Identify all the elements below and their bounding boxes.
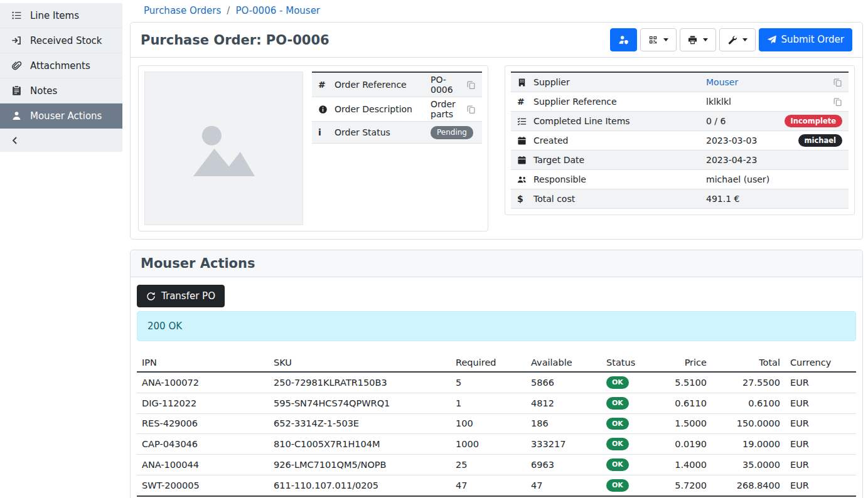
sign-in-icon [11,35,22,46]
available-cell: 6963 [526,455,601,475]
footer-total-value: 501.0000 [712,496,785,498]
order-actions-toolbar: Submit Order [610,28,852,51]
ipn-cell: DIG-112022 [137,393,269,413]
sku-cell: 652-3314Z-1-503E [269,413,451,434]
sku-cell: 250-72981KLRATR150B3 [269,372,451,393]
detail-label: Responsible [533,174,706,184]
currency-cell: EUR [785,434,856,455]
detail-label: Order Status [335,127,431,137]
detail-label: Supplier Reference [533,97,706,107]
available-cell: 47 [526,475,601,495]
status-alert: 200 OK [137,311,856,341]
sku-cell: 611-110.107.011/0205 [269,475,451,495]
submit-order-label: Submit Order [781,35,844,45]
price-cell: 1.4000 [669,455,712,475]
sidebar-item-attachments[interactable]: Attachments [0,53,122,78]
status-cell: OK [601,393,669,413]
order-info-card: # Order Reference PO-0006 Order Descri [138,65,488,231]
user-icon [11,110,22,121]
price-cell: 5.7200 [669,475,712,495]
table-header-row: IPN SKU Required Available Status Price … [137,354,856,372]
ok-badge: OK [606,438,629,450]
status-cell: OK [601,475,669,495]
mouser-actions-panel-header: Mouser Actions [131,250,862,277]
calendar-icon [517,136,533,146]
sku-cell: 595-SN74HCS74QPWRQ1 [269,393,451,413]
ok-badge: OK [606,376,629,389]
price-cell: 5.5100 [669,372,712,393]
app-root: Line Items Received Stock Attachments No… [0,0,868,498]
chevron-down-icon [663,38,668,41]
total-cell: 19.0000 [712,434,785,455]
table-row: CAP-043046 810-C1005X7R1H104M 1000 33321… [137,434,856,455]
detail-row-created: Created 2023-03-03 michael [511,131,849,151]
mouser-actions-body: Transfer PO 200 OK IPN SKU Required Avai… [131,277,862,498]
status-cell: OK [601,413,669,434]
sidebar-item-label: Line Items [30,10,79,21]
header-currency: Currency [785,354,856,372]
price-cell: 1.5000 [669,413,712,434]
copy-icon[interactable] [466,80,476,90]
ipn-cell: CAP-043046 [137,434,269,455]
refresh-icon [146,292,156,301]
dollar-icon: $ [517,194,533,204]
required-cell: 1000 [451,434,526,455]
order-image-placeholder[interactable] [144,72,303,225]
sidebar-item-line-items[interactable]: Line Items [0,3,122,28]
table-row: SWT-200005 611-110.107.011/0205 47 47 OK… [137,475,856,495]
copy-icon[interactable] [466,105,476,114]
detail-label: Target Date [533,155,706,165]
detail-label: Created [533,135,706,146]
header-available: Available [526,354,601,372]
info-icon: i [318,127,335,137]
sidebar-item-received-stock[interactable]: Received Stock [0,28,122,53]
image-placeholder-icon [185,110,263,188]
available-cell: 186 [526,413,601,434]
detail-row-target-date: Target Date 2023-04-23 [511,151,849,170]
wrench-icon [727,35,737,45]
submit-order-button[interactable]: Submit Order [759,28,852,51]
detail-value: Mouser [706,77,833,87]
detail-value: lklklkl [706,97,833,107]
mouser-actions-panel: Mouser Actions Transfer PO 200 OK [130,250,863,498]
detail-row-order-status: i Order Status Pending [312,122,482,144]
detail-value: PO-0006 [431,75,466,95]
available-cell: 4812 [526,393,601,413]
sidebar-collapse-button[interactable] [0,129,122,152]
supplier-link[interactable]: Mouser [706,77,738,87]
sidebar-item-notes[interactable]: Notes [0,78,122,103]
total-cell: 27.5500 [712,372,785,393]
copy-icon[interactable] [833,97,842,107]
order-options-button[interactable] [719,28,756,51]
purchase-order-panel-header: Purchase Order: PO-0006 [131,23,862,58]
ipn-cell: SWT-200005 [137,475,269,495]
chevron-down-icon [742,38,747,41]
transfer-po-label: Transfer PO [161,290,215,302]
sidebar-item-mouser-actions[interactable]: Mouser Actions [0,103,122,129]
mouser-actions-title: Mouser Actions [141,256,255,271]
user-roles-button[interactable] [610,28,637,51]
footer-total-label: Total [137,496,269,498]
breadcrumb: Purchase Orders / PO-0006 - Mouser [130,3,863,22]
sku-cell: 926-LMC7101QM5/NOPB [269,455,451,475]
table-footer-row: Total 501.0000 [137,496,856,498]
users-icon [517,175,533,184]
breadcrumb-link-po-0006[interactable]: PO-0006 - Mouser [235,5,320,16]
detail-row-supplier-reference: # Supplier Reference lklklkl [511,92,849,112]
order-info-table: # Order Reference PO-0006 Order Descri [312,72,482,225]
print-actions-button[interactable] [680,28,716,51]
required-cell: 25 [451,455,526,475]
detail-label: Total cost [533,194,706,204]
total-cell: 150.0000 [712,413,785,434]
detail-label: Completed Line Items [533,116,706,126]
status-cell: OK [601,455,669,475]
barcode-actions-button[interactable] [640,28,677,51]
transfer-po-button[interactable]: Transfer PO [137,285,225,307]
mouser-line-items-table: IPN SKU Required Available Status Price … [137,354,856,498]
printer-icon [688,35,697,45]
copy-icon[interactable] [833,78,842,87]
breadcrumb-link-purchase-orders[interactable]: Purchase Orders [144,5,221,16]
detail-label: Supplier [533,77,706,87]
paper-plane-icon [767,35,776,45]
available-cell: 333217 [526,434,601,455]
